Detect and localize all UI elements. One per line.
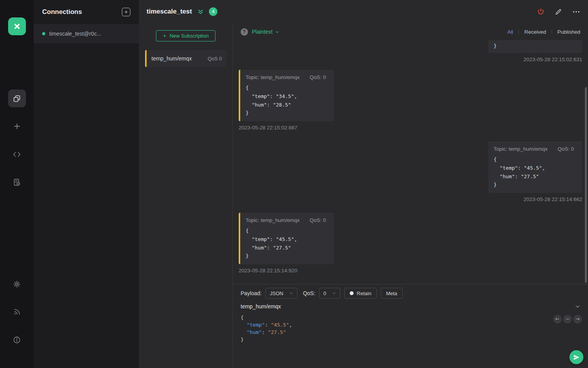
plus-square-icon — [124, 10, 128, 14]
message-payload-line: } — [246, 252, 328, 260]
send-button[interactable] — [569, 350, 583, 364]
chevron-down-icon — [332, 291, 336, 295]
nav-connections[interactable] — [8, 89, 26, 107]
message-qos: QoS: 0 — [310, 217, 326, 223]
nav-log[interactable] — [8, 173, 26, 191]
new-subscription-button[interactable]: New Subscription — [156, 30, 215, 41]
connection-view: timescale_test 4 — [139, 0, 588, 368]
filter-received[interactable]: Received — [524, 29, 546, 35]
publish-topic-input[interactable]: temp_hum/emqx — [241, 303, 281, 310]
message-payload-line: { — [246, 84, 328, 92]
payload-format-value: Plaintext — [252, 29, 273, 35]
nav-settings[interactable] — [8, 275, 26, 293]
pencil-icon — [555, 8, 562, 15]
connections-title: Connections — [42, 8, 82, 16]
edit-connection-button[interactable] — [555, 8, 562, 15]
prev-message-button[interactable]: ← — [553, 315, 562, 323]
message-topic: Topic: temp_hum/emqx — [246, 217, 300, 223]
subscription-qos: QoS 0 — [208, 56, 222, 62]
message-received: Topic: temp_hum/emqx QoS: 0 { "temp": "4… — [239, 213, 334, 273]
nav-about[interactable] — [8, 331, 26, 349]
editor-token: "45.5" — [271, 322, 289, 328]
plus-icon — [162, 34, 167, 38]
message-payload-line: "hum": "28.5" — [246, 101, 328, 109]
message-card: Topic: temp_hum/emqx QoS: 0 { "temp": "3… — [239, 70, 334, 121]
filter-all[interactable]: All — [507, 29, 513, 35]
connection-list-item[interactable]: timescale_test@r0c... — [34, 24, 139, 43]
messages-list[interactable]: } 2023-05-28 22:15:02:631 Topic: temp_hu… — [233, 40, 588, 284]
subscription-item[interactable]: temp_hum/emqx QoS 0 — [145, 50, 227, 67]
subscriptions-column: New Subscription temp_hum/emqx QoS 0 — [139, 23, 233, 368]
info-icon — [13, 336, 21, 344]
editor-token: "27.5" — [268, 329, 286, 335]
more-options-button[interactable] — [572, 8, 580, 16]
subscription-topic: temp_hum/emqx — [152, 55, 192, 62]
message-payload-line: "temp": "34.5", — [246, 92, 328, 101]
editor-token — [241, 322, 247, 328]
message-card-header: Topic: temp_hum/emqx QoS: 0 — [246, 74, 328, 80]
ellipsis-icon — [572, 8, 580, 16]
messages-pane: ? Plaintext All Received Published — [233, 23, 588, 368]
message-timestamp: 2023-05-28 22:15:14:662 — [488, 196, 582, 202]
disconnect-button[interactable] — [537, 8, 545, 15]
filter-published[interactable]: Published — [557, 29, 580, 35]
connections-icon — [13, 95, 21, 103]
message-payload-line: { — [246, 227, 328, 235]
message-payload-line: } — [494, 181, 577, 189]
rss-icon — [13, 308, 21, 316]
publish-controls: Payload: JSON QoS: 0 Retain — [233, 284, 588, 300]
message-topic: Topic: temp_hum/emqx — [246, 74, 300, 80]
message-timestamp: 2023-05-28 22:15:02:631 — [488, 57, 582, 62]
paper-plane-icon — [573, 354, 580, 361]
publish-panel: Payload: JSON QoS: 0 Retain — [233, 284, 588, 368]
payload-format-select[interactable]: Plaintext — [252, 29, 279, 35]
message-payload-line: } — [246, 109, 328, 117]
connections-header: Connections — [34, 0, 139, 24]
nav-script[interactable] — [8, 145, 26, 163]
meta-button[interactable]: Meta — [381, 288, 403, 299]
message-published: Topic: temp_hum/emqx QoS: 0 { "temp": "4… — [488, 141, 582, 202]
message-payload-line: "temp": "45.5", — [494, 164, 577, 172]
app-rail — [0, 0, 34, 368]
rail-bottom-group — [8, 275, 26, 349]
editor-token: , — [289, 322, 292, 328]
message-payload-line: { — [494, 155, 577, 164]
message-filters: All Received Published — [507, 29, 580, 35]
collapse-editor-button[interactable]: − — [563, 315, 572, 323]
connection-title: timescale_test — [147, 8, 192, 15]
connections-panel: Connections timescale_test@r0c... — [34, 0, 139, 368]
add-connection-button[interactable] — [122, 8, 130, 16]
message-payload-line: } — [494, 42, 577, 50]
new-subscription-label: New Subscription — [169, 33, 209, 39]
editor-token: "temp" — [247, 322, 265, 328]
next-message-button[interactable]: → — [573, 315, 582, 323]
qos-dropdown[interactable]: 0 — [319, 288, 340, 299]
nav-news[interactable] — [8, 303, 26, 321]
publish-topic-row: temp_hum/emqx — [233, 300, 588, 312]
mqttx-logo[interactable] — [8, 17, 26, 35]
message-card: Topic: temp_hum/emqx QoS: 0 { "temp": "4… — [488, 141, 582, 193]
retain-toggle[interactable]: Retain — [344, 288, 377, 299]
message-card: Topic: temp_hum/emqx QoS: 0 { "temp": "4… — [239, 213, 334, 264]
message-card-header: Topic: temp_hum/emqx QoS: 0 — [494, 146, 577, 152]
messages-scrollbar[interactable] — [585, 87, 587, 283]
unread-count-badge: 4 — [209, 7, 217, 16]
chevron-down-icon — [275, 30, 279, 34]
chevron-down-icon[interactable] — [575, 304, 580, 309]
meta-label: Meta — [386, 291, 397, 296]
payload-format-dropdown-value: JSON — [270, 291, 283, 296]
payload-editor[interactable]: { "temp": "45.5", "hum": "27.5" } ← − → — [233, 312, 588, 368]
editor-token — [241, 329, 247, 335]
help-icon[interactable]: ? — [241, 28, 248, 36]
message-payload-line: "hum": "27.5" — [494, 172, 577, 181]
editor-token: : — [265, 322, 271, 328]
code-icon — [13, 150, 21, 158]
editor-token: } — [241, 337, 244, 342]
message-timestamp: 2023-05-28 22:15:14:920 — [239, 268, 334, 273]
filter-separator — [552, 29, 552, 34]
nav-new-connection[interactable] — [8, 117, 26, 135]
logo-x-icon — [12, 22, 22, 31]
collapse-panel-button[interactable] — [197, 9, 204, 15]
payload-format-dropdown[interactable]: JSON — [265, 288, 297, 299]
log-icon — [13, 178, 21, 186]
